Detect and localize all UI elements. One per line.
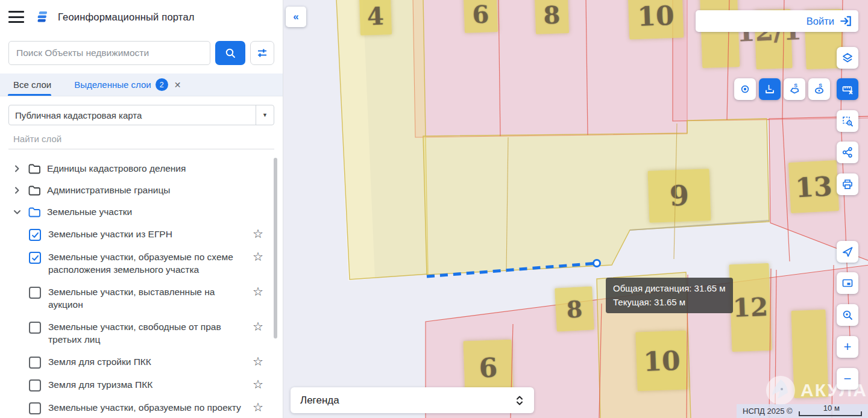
favorite-star-icon[interactable]: ☆ [251, 320, 265, 332]
checkbox-unchecked[interactable] [29, 402, 41, 414]
print-icon [841, 178, 854, 190]
login-bar[interactable]: Войти [696, 10, 858, 32]
measure-length-button[interactable]: L [759, 78, 781, 100]
chevron-collapsed-icon[interactable] [11, 163, 23, 175]
checkbox-checked[interactable] [29, 229, 41, 241]
print-button[interactable] [837, 173, 858, 195]
checkbox-unchecked[interactable] [29, 287, 41, 299]
layer-item-label: Земельные участки, свободные от прав тре… [48, 320, 251, 346]
chevron-expanded-icon[interactable] [11, 206, 23, 218]
geoportal-app: Геоинформационный портал В [0, 0, 868, 418]
tree-folder-1[interactable]: Административные границы [0, 179, 283, 201]
tree-folder-2[interactable]: Земельные участки [0, 201, 283, 223]
layer-item-2-2[interactable]: Земельные участки, выставленные на аукци… [0, 281, 283, 316]
svg-text:L: L [768, 84, 772, 91]
page-title: Геоинформационный портал [58, 11, 195, 23]
tree-folder-label: Земельные участки [47, 207, 132, 217]
tab-all-layers-label: Все слои [13, 80, 51, 90]
measure-point-button[interactable] [734, 78, 756, 100]
basemap-select-value: Публичная кадастровая карта [9, 110, 256, 120]
zoom-out-button[interactable]: − [837, 368, 858, 390]
parcel-tile-8: 8 [555, 286, 594, 331]
layer-search [8, 131, 274, 149]
checkbox-unchecked[interactable] [29, 357, 41, 369]
tab-all-layers[interactable]: Все слои [13, 80, 51, 90]
parcel-tile-13: 13 [788, 160, 839, 213]
layers-button[interactable] [837, 47, 858, 69]
chevron-collapsed-icon[interactable] [11, 184, 23, 196]
close-icon[interactable]: ✕ [174, 80, 181, 90]
map-canvas[interactable]: 46810913812610 12/1 Общая дистанция: 31.… [283, 0, 868, 418]
measure-area-button[interactable]: S [784, 78, 805, 100]
search-row [0, 34, 283, 73]
tree-folder-0[interactable]: Единицы кадастрового деления [0, 158, 283, 179]
layer-search-input[interactable] [8, 131, 274, 149]
my-location-button[interactable] [837, 241, 858, 263]
search-button[interactable] [215, 41, 245, 65]
layer-item-2-5[interactable]: Земля для туризма ПКК☆ [0, 373, 283, 396]
legend-bar[interactable]: Легенда [291, 387, 534, 413]
measure-current-distance: Текущая: 31.65 м [613, 296, 726, 310]
layer-item-label: Земельные участки, образуемые по схеме р… [48, 251, 251, 276]
checkmark-icon [31, 231, 39, 239]
menu-icon[interactable] [8, 11, 24, 23]
measure-clear-icon [841, 83, 854, 95]
layer-item-2-6[interactable]: Земельные участки, образуемые по проекту… [0, 396, 283, 418]
overview-map-icon [841, 277, 854, 289]
parcel-tile-10: 10 [628, 0, 684, 40]
filter-button[interactable] [250, 41, 274, 65]
basemap-select[interactable]: Публичная кадастровая карта ▼ [8, 105, 274, 125]
folder-icon [28, 163, 41, 175]
tab-selected-layers[interactable]: Выделенные слои 2 ✕ [74, 78, 181, 91]
scale-bar-line [799, 411, 862, 416]
tab-selected-layers-label: Выделенные слои [74, 80, 151, 90]
legend-label: Легенда [300, 395, 515, 407]
favorite-star-icon[interactable]: ☆ [251, 401, 265, 413]
navigation-arrow-icon [841, 246, 854, 258]
spatial-search-button[interactable] [837, 110, 858, 132]
folder-icon [28, 184, 41, 196]
share-button[interactable] [837, 142, 858, 163]
checkbox-unchecked[interactable] [29, 322, 41, 334]
layer-item-2-3[interactable]: Земельные участки, свободные от прав тре… [0, 316, 283, 351]
measure-circle-area-button[interactable]: S [808, 78, 830, 100]
chevron-down-icon[interactable]: ▼ [256, 105, 274, 125]
attribution-text: НСПД 2025 © [743, 407, 793, 416]
parcel-tile-6: 6 [464, 0, 498, 33]
layer-item-label: Земельные участки, выставленные на аукци… [48, 285, 251, 311]
layer-item-2-4[interactable]: Земля для стройки ПКК☆ [0, 351, 283, 373]
favorite-star-icon[interactable]: ☆ [251, 378, 265, 390]
parcel-tile [791, 310, 828, 398]
tree-folder-label: Единицы кадастрового деления [47, 163, 186, 174]
parcel-tile-10: 10 [635, 331, 688, 391]
favorite-star-icon[interactable]: ☆ [251, 285, 265, 298]
checkbox-unchecked[interactable] [29, 379, 41, 391]
zoom-in-button[interactable]: + [837, 336, 858, 358]
filter-sliders-icon [256, 47, 268, 59]
layer-item-label: Земля для туризма ПКК [48, 378, 251, 391]
layer-item-2-1[interactable]: Земельные участки, образуемые по схеме р… [0, 246, 283, 281]
svg-text:S: S [819, 83, 822, 89]
layer-tabs: Все слои Выделенные слои 2 ✕ [0, 73, 283, 96]
favorite-star-icon[interactable]: ☆ [251, 355, 265, 367]
expand-collapse-icon[interactable] [515, 395, 524, 407]
layers-icon [841, 52, 854, 64]
locate-search-button[interactable] [837, 304, 858, 326]
favorite-star-icon[interactable]: ☆ [251, 228, 265, 240]
layer-item-label: Земельные участки, образуемые по проекту… [48, 401, 251, 418]
layer-item-2-0[interactable]: Земельные участки из ЕГРН☆ [0, 223, 283, 246]
search-input[interactable] [8, 41, 210, 65]
active-tab-underline [8, 94, 51, 96]
sidebar-scrollbar[interactable] [274, 158, 277, 338]
sidebar: Геоинформационный портал В [0, 0, 283, 418]
measure-clear-button[interactable] [837, 78, 858, 100]
collapse-sidebar-button[interactable]: « [286, 7, 306, 27]
overview-map-button[interactable] [837, 272, 858, 294]
favorite-star-icon[interactable]: ☆ [251, 251, 265, 263]
measure-circle-area-icon: S [813, 83, 825, 95]
parcel-tile-4: 4 [359, 0, 392, 36]
checkbox-checked[interactable] [29, 252, 41, 264]
measure-point-icon [740, 84, 750, 95]
selected-layers-count-badge: 2 [156, 78, 168, 91]
parcel-tile-12: 12 [729, 263, 772, 352]
